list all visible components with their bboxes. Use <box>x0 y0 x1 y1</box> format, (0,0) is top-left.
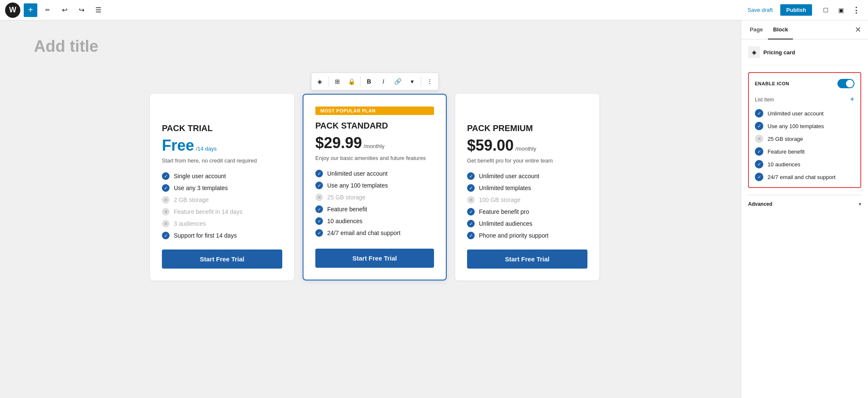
bold-button[interactable]: B <box>362 75 376 88</box>
feature-item: ✓ 24/7 email and chat support <box>315 229 434 237</box>
undo-button[interactable]: ↩ <box>58 3 71 17</box>
feature-text: Unlimited audiences <box>479 220 532 227</box>
feature-item: ✓ Unlimited user account <box>315 170 434 177</box>
feature-icon-cross: ✕ <box>467 196 475 204</box>
feature-icon-cross: ✕ <box>315 193 323 201</box>
feature-icon-check: ✓ <box>162 172 170 180</box>
feature-list-standard: ✓ Unlimited user account ✓ Use any 100 t… <box>315 170 434 238</box>
block-options-button[interactable]: ⋮ <box>423 75 437 88</box>
feature-item: ✓ Unlimited audiences <box>467 220 587 227</box>
feature-icon-check: ✓ <box>162 184 170 192</box>
card-description-premium: Get benefit pro for your entire team <box>467 157 587 165</box>
tab-block[interactable]: Block <box>768 20 793 39</box>
page-title[interactable]: Add title <box>34 37 98 56</box>
sidebar-feature-item: ✕ 25 GB storage <box>755 135 854 143</box>
feature-icon-check: ✓ <box>467 232 475 239</box>
cta-button-trial[interactable]: Start Free Trial <box>162 249 282 269</box>
italic-button[interactable]: I <box>377 75 390 88</box>
view-button[interactable]: ☐ <box>819 3 832 17</box>
more-rich-button[interactable]: ▾ <box>406 75 419 88</box>
feature-item: ✓ Feature benefit <box>315 205 434 213</box>
feature-text: Single user account <box>174 173 226 179</box>
tab-page[interactable]: Page <box>745 20 768 39</box>
feature-text: 2 GB storage <box>174 196 209 203</box>
sidebar-feature-icon-cross: ✕ <box>755 135 763 143</box>
feature-icon-check: ✓ <box>315 170 323 177</box>
redo-button[interactable]: ↪ <box>75 3 88 17</box>
topbar-right-icons: ☐ ▣ ⋮ <box>819 3 863 17</box>
sidebar-feature-item: ✓ Unlimited user account <box>755 109 854 118</box>
feature-icon-cross: ✕ <box>162 196 170 204</box>
list-view-button[interactable]: ☰ <box>92 3 105 17</box>
feature-item: ✓ Unlimited templates <box>467 184 587 192</box>
feature-icon-check: ✓ <box>467 208 475 216</box>
most-popular-badge: MOST POPULAR PLAN <box>315 107 434 115</box>
card-title-trial: PACK TRIAL <box>162 123 282 133</box>
feature-text: Use any 100 templates <box>327 182 388 189</box>
transform-block-button[interactable]: ◈ <box>313 75 327 88</box>
feature-item: ✕ 100 GB storage <box>467 196 587 204</box>
sidebar-feature-list: ✓ Unlimited user account✓ Use any 100 te… <box>755 109 854 181</box>
link-button[interactable]: 🔗 <box>391 75 405 88</box>
sidebar-feature-text: Unlimited user account <box>768 110 823 117</box>
edit-button[interactable]: ✏ <box>41 3 54 17</box>
feature-text: 100 GB storage <box>479 196 520 203</box>
list-item-add-button[interactable]: + <box>850 95 854 104</box>
sidebar-feature-text: 10 audiences <box>768 161 800 168</box>
feature-text: 3 audiences <box>174 220 206 227</box>
feature-text: Feature benefit pro <box>479 208 529 215</box>
card-description-standard: Enjoy our basic amenities and future fea… <box>315 154 434 162</box>
sidebar-feature-text: Use any 100 templates <box>768 123 824 129</box>
sidebar-feature-item: ✓ 24/7 email and chat support <box>755 173 854 181</box>
card-description-trial: Start from here, no credit card required <box>162 157 282 165</box>
feature-icon-cross: ✕ <box>162 208 170 216</box>
advanced-label: Advanced <box>748 201 772 207</box>
feature-text: Phone and priority support <box>479 232 548 239</box>
feature-text: 24/7 email and chat support <box>327 230 401 236</box>
more-options-button[interactable]: ⋮ <box>849 3 863 17</box>
wp-logo-icon[interactable]: W <box>5 3 20 18</box>
save-draft-button[interactable]: Save draft <box>743 4 777 16</box>
advanced-toggle-button[interactable]: Advanced ▾ <box>748 201 861 207</box>
enable-icon-section: ENABLE ICON List Item + ✓ Unlimited user… <box>748 72 861 188</box>
feature-item: ✓ Use any 3 templates <box>162 184 282 192</box>
feature-icon-cross: ✕ <box>162 220 170 227</box>
sidebar-feature-item: ✓ Use any 100 templates <box>755 122 854 130</box>
sidebar-feature-icon-check: ✓ <box>755 109 763 118</box>
publish-button[interactable]: Publish <box>780 4 812 16</box>
lock-button[interactable]: 🔒 <box>345 75 359 88</box>
sidebar-feature-icon-check: ✓ <box>755 173 763 181</box>
feature-item: ✕ 2 GB storage <box>162 196 282 204</box>
feature-text: 10 audiences <box>327 218 362 224</box>
sidebar-tabs: Page Block ✕ <box>741 20 868 39</box>
price-period-standard: /monthly <box>364 143 384 149</box>
card-title-premium: PACK PREMIUM <box>467 123 587 133</box>
sidebar-feature-text: 25 GB storage <box>768 136 803 142</box>
sidebar-content: ◈ Pricing card ENABLE ICON List Item + ✓… <box>741 39 868 398</box>
pricing-card-standard: MOST POPULAR PLANPACK STANDARD $29.99 /m… <box>303 94 447 280</box>
feature-item: ✓ Unlimited user account <box>467 172 587 180</box>
enable-icon-toggle[interactable] <box>837 79 854 88</box>
sidebar-feature-item: ✓ Feature benefit <box>755 147 854 156</box>
feature-item: ✓ Support for first 14 days <box>162 232 282 239</box>
price-main-standard: $29.99 <box>315 134 362 152</box>
sidebar-feature-text: Feature benefit <box>768 149 804 155</box>
toolbar-divider-2 <box>360 76 361 87</box>
cta-button-standard[interactable]: Start Free Trial <box>315 249 434 268</box>
cta-button-premium[interactable]: Start Free Trial <box>467 249 587 269</box>
feature-text: Feature benefit <box>327 206 367 213</box>
toolbar-divider <box>328 76 329 87</box>
feature-icon-check: ✓ <box>315 217 323 225</box>
add-block-button[interactable]: + <box>24 3 37 17</box>
block-toolbar-wrapper: ◈ ⊞ 🔒 B I 🔗 ▾ ⋮ <box>25 73 724 90</box>
card-title-standard: PACK STANDARD <box>315 121 434 131</box>
sidebar-feature-text: 24/7 email and chat support <box>768 174 835 180</box>
sidebar-close-button[interactable]: ✕ <box>851 23 865 36</box>
layout-button[interactable]: ▣ <box>834 3 848 17</box>
feature-item: ✓ Use any 100 templates <box>315 182 434 189</box>
feature-list-trial: ✓ Single user account ✓ Use any 3 templa… <box>162 172 282 239</box>
enable-icon-label: ENABLE ICON <box>755 81 789 86</box>
sidebar-feature-icon-check: ✓ <box>755 160 763 168</box>
feature-text: Feature benefit in 14 days <box>174 208 242 215</box>
drag-handle-button[interactable]: ⊞ <box>331 75 344 88</box>
